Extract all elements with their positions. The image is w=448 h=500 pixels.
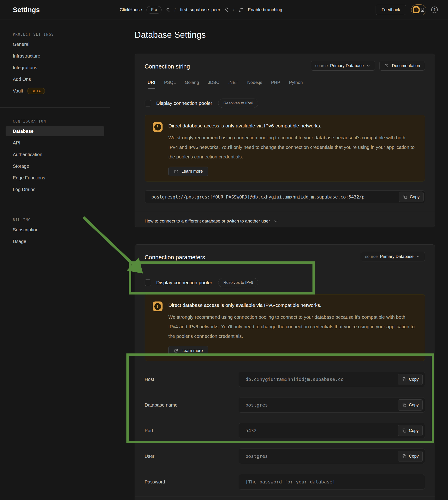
copy-icon <box>402 403 407 407</box>
enable-branching-button[interactable]: Enable branching <box>248 7 282 12</box>
port-row: Port 5432 Copy <box>144 423 425 438</box>
card-title: Connection string <box>144 61 190 70</box>
connect-help-toggle[interactable]: How to connect to a different database o… <box>135 211 435 231</box>
breadcrumb-project[interactable]: first_supabase_peer <box>180 7 220 12</box>
port-field[interactable]: 5432 Copy <box>239 423 425 438</box>
section-label-configuration: CONFIGURATION <box>0 117 110 125</box>
source-select[interactable]: source Primary Database <box>361 252 425 261</box>
copy-button[interactable]: Copy <box>398 399 423 411</box>
field-label: Port <box>144 428 239 433</box>
topbar: ClickHouse Pro / first_supabase_peer / E… <box>110 0 448 20</box>
main-area: ClickHouse Pro / first_supabase_peer / E… <box>110 0 448 500</box>
connection-string-tabs: URI PSQL Golang JDBC .NET Node.js PHP Py… <box>144 80 425 89</box>
display-connection-pooler-checkbox[interactable] <box>144 279 151 286</box>
copy-icon <box>402 454 407 459</box>
database-name-field[interactable]: postgres Copy <box>239 397 425 413</box>
alert-icon: ! <box>153 122 162 132</box>
app-window: Settings PROJECT SETTINGS General Infras… <box>0 0 448 500</box>
tab-nodejs[interactable]: Node.js <box>247 80 262 89</box>
content: Database Settings Connection string sour… <box>110 20 448 500</box>
plan-badge: Pro <box>146 6 161 14</box>
connection-uri-value: postgresql://postgres:[YOUR-PASSWORD]@db… <box>151 194 364 200</box>
connection-uri-field[interactable]: postgresql://postgres:[YOUR-PASSWORD]@db… <box>144 190 425 203</box>
warning-body: We strongly recommend using connection p… <box>168 312 416 341</box>
tab-python[interactable]: Python <box>289 80 303 89</box>
tab-php[interactable]: PHP <box>271 80 280 89</box>
password-field[interactable]: [The password for your database] <box>239 474 425 489</box>
settings-nav: PROJECT SETTINGS General Infrastructure … <box>0 20 110 247</box>
copy-button[interactable]: Copy <box>398 450 423 462</box>
ipv6-warning-callout: ! Direct database access is only availab… <box>144 294 425 361</box>
copy-button[interactable]: Copy <box>399 192 424 202</box>
password-row: Password [The password for your database… <box>144 474 425 489</box>
connection-parameters-card: Connection parameters source Primary Dat… <box>135 244 435 500</box>
sidebar-item-database[interactable]: Database <box>0 125 110 137</box>
chevron-down-icon <box>416 254 420 259</box>
sidebar-header: Settings <box>0 0 110 20</box>
sidebar-divider <box>0 206 110 206</box>
sidebar-item-vault[interactable]: Vault BETA <box>0 85 110 97</box>
sidebar-item-subscription[interactable]: Subscription <box>0 224 110 235</box>
breadcrumb-org[interactable]: ClickHouse <box>120 7 142 12</box>
copy-button[interactable]: Copy <box>398 374 423 385</box>
breadcrumb: ClickHouse Pro / first_supabase_peer / E… <box>120 6 282 14</box>
user-row: User postgres Copy <box>144 449 425 464</box>
chevron-up-down-icon[interactable] <box>225 7 229 13</box>
sidebar-item-api[interactable]: API <box>0 137 110 149</box>
database-name-row: Database name postgres Copy <box>144 397 425 413</box>
settings-sidebar: Settings PROJECT SETTINGS General Infras… <box>0 0 110 500</box>
sidebar-item-infrastructure[interactable]: Infrastructure <box>0 50 110 62</box>
app-title: Settings <box>13 6 40 14</box>
documentation-button[interactable]: Documentation <box>379 61 425 71</box>
host-field[interactable]: db.cxhygiuitamxhniiddjm.supabase.co Copy <box>239 372 425 387</box>
sidebar-item-edge-functions[interactable]: Edge Functions <box>0 172 110 183</box>
source-select[interactable]: source Primary Database <box>311 61 375 71</box>
tab-psql[interactable]: PSQL <box>164 80 176 89</box>
learn-more-button[interactable]: Learn more <box>168 167 208 176</box>
tab-golang[interactable]: Golang <box>185 80 199 89</box>
tab-jdbc[interactable]: JDBC <box>208 80 220 89</box>
ipv6-warning-callout: ! Direct database access is only availab… <box>144 115 425 182</box>
sidebar-item-storage[interactable]: Storage <box>0 160 110 172</box>
feedback-button[interactable]: Feedback <box>376 5 406 15</box>
sidebar-item-general[interactable]: General <box>0 38 110 50</box>
notification-avatar-button[interactable]: ! <box>411 4 426 15</box>
pooler-label: Display connection pooler <box>156 100 212 106</box>
sidebar-item-authentication[interactable]: Authentication <box>0 149 110 160</box>
external-link-icon <box>384 63 389 68</box>
sidebar-divider <box>0 107 110 108</box>
help-icon[interactable]: ? <box>431 6 438 13</box>
display-connection-pooler-checkbox[interactable] <box>144 100 151 106</box>
alert-icon: ! <box>413 6 420 13</box>
tab-dotnet[interactable]: .NET <box>228 80 238 89</box>
warning-title: Direct database access is only available… <box>168 123 416 129</box>
sidebar-item-usage[interactable]: Usage <box>0 235 110 247</box>
warning-title: Direct database access is only available… <box>168 302 416 308</box>
page-title: Database Settings <box>135 30 206 40</box>
sidebar-item-log-drains[interactable]: Log Drains <box>0 183 110 195</box>
alert-icon: ! <box>153 301 162 311</box>
chevron-up-down-icon[interactable] <box>166 7 170 13</box>
breadcrumb-separator: / <box>233 7 235 13</box>
copy-icon <box>403 195 407 199</box>
sidebar-item-add-ons[interactable]: Add Ons <box>0 73 110 85</box>
divider <box>135 497 435 497</box>
chevron-down-icon <box>366 63 371 68</box>
copy-icon <box>402 377 407 382</box>
tab-uri[interactable]: URI <box>148 80 155 89</box>
pooler-label: Display connection pooler <box>156 280 212 285</box>
field-label: User <box>144 454 239 459</box>
sidebar-item-integrations[interactable]: Integrations <box>0 62 110 73</box>
resolves-to-ipv6-badge: Resolves to IPv6 <box>218 99 258 108</box>
section-label-project-settings: PROJECT SETTINGS <box>0 31 110 38</box>
topbar-actions: Feedback ! ? <box>376 4 438 15</box>
learn-more-button[interactable]: Learn more <box>168 346 208 356</box>
field-label: Host <box>144 377 239 382</box>
chevron-down-icon <box>273 219 278 223</box>
connection-string-card: Connection string source Primary Databas… <box>135 54 435 227</box>
copy-button[interactable]: Copy <box>398 425 423 436</box>
external-link-icon <box>174 169 178 174</box>
git-branch-icon <box>239 7 243 12</box>
copy-icon <box>402 428 407 433</box>
user-field[interactable]: postgres Copy <box>239 449 425 464</box>
